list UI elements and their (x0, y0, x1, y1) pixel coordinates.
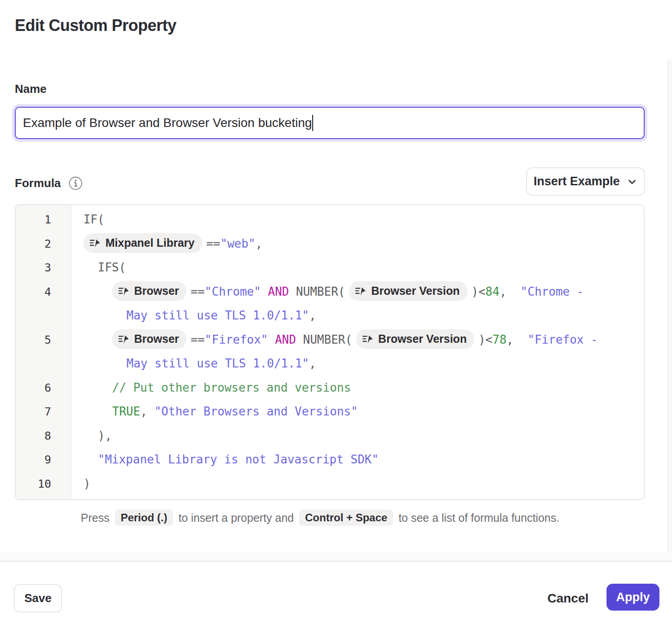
property-chip[interactable]: Browser (112, 329, 187, 349)
code-line: 4Browser=="Chrome" AND NUMBER(Browser Ve… (16, 280, 644, 328)
code-token: NUMBER( (296, 333, 352, 346)
code-token: IFS( (98, 261, 126, 274)
save-button[interactable]: Save (14, 584, 62, 612)
line-number: 5 (16, 328, 72, 376)
dialog-footer: Save Cancel Apply (0, 563, 672, 629)
name-input[interactable]: Example of Browser and Browser Version b… (15, 107, 645, 139)
helper-prefix: Press (81, 511, 109, 524)
property-chip-label: Browser Version (371, 279, 459, 303)
scrollbar-track[interactable] (668, 60, 672, 562)
kbd-control-space: Control + Space (299, 510, 393, 526)
code-token: , (309, 357, 316, 370)
code-line: 3IFS( (16, 256, 644, 280)
info-icon[interactable] (68, 176, 83, 191)
code-line: 8), (16, 424, 644, 448)
code-token: "web" (220, 237, 255, 250)
code-token: "Other Browsers and Versions" (154, 405, 358, 418)
code-token: 78 (493, 333, 506, 346)
line-number: 7 (16, 400, 72, 424)
code-line: 10) (16, 472, 644, 496)
kbd-period: Period (.) (115, 510, 173, 526)
code-line: 9"Mixpanel Library is not Javascript SDK… (16, 448, 644, 472)
code-line: 6// Put other browsers and versions (16, 376, 644, 400)
property-chip-label: Browser (134, 327, 179, 351)
code-token: , (140, 405, 154, 418)
code-line: 5Browser=="Firefox" AND NUMBER(Browser V… (16, 328, 644, 376)
text-caret (312, 115, 313, 131)
insert-example-button[interactable]: Insert Example (526, 167, 645, 196)
helper-suffix: to see a list of formula functions. (398, 511, 559, 524)
code-token: May still use TLS 1.0/1.1" (127, 357, 309, 370)
code-token (261, 285, 268, 298)
code-token (268, 333, 275, 346)
code-token: , (506, 333, 528, 346)
code-line: 1IF( (16, 208, 644, 232)
line-number: 9 (16, 448, 72, 472)
property-icon (118, 286, 129, 297)
line-number: 3 (16, 256, 72, 280)
code-token: , (499, 285, 520, 298)
editor-helper-text: Press Period (.) to insert a property an… (81, 510, 559, 526)
code-token: "Firefox - (528, 333, 598, 346)
property-chip-label: Mixpanel Library (105, 231, 195, 255)
code-line: 2Mixpanel Library=="web", (16, 232, 644, 256)
property-chip-label: Browser Version (378, 327, 467, 351)
property-chip[interactable]: Browser Version (349, 281, 467, 301)
code-token: == (206, 237, 220, 250)
code-token: "Chrome - (520, 285, 584, 298)
property-icon (355, 286, 366, 297)
formula-header: Formula (15, 176, 83, 191)
property-chip[interactable]: Mixpanel Library (83, 233, 202, 253)
line-number: 4 (16, 280, 72, 328)
formula-label: Formula (15, 176, 61, 190)
name-field-label: Name (15, 82, 47, 96)
code-token: "Mixpanel Library is not Javascript SDK" (98, 453, 379, 466)
code-token: ), (98, 429, 112, 442)
code-token: // Put other browsers and versions (112, 381, 351, 394)
property-icon (362, 334, 373, 345)
cancel-button[interactable]: Cancel (547, 584, 589, 612)
code-token: NUMBER( (289, 285, 345, 298)
edit-custom-property-dialog: Edit Custom Property Name Example of Bro… (0, 0, 672, 629)
code-token: IF( (83, 213, 105, 226)
code-token: "Chrome" (205, 285, 261, 298)
line-number: 1 (16, 208, 72, 232)
line-number: 2 (16, 232, 72, 256)
code-token: == (191, 333, 205, 346)
property-chip[interactable]: Browser (112, 281, 187, 301)
code-token: )< (478, 333, 492, 346)
code-token: "Firefox" (205, 333, 268, 346)
code-token: , (255, 237, 262, 250)
name-input-value: Example of Browser and Browser Version b… (23, 116, 312, 130)
line-number: 10 (16, 472, 72, 496)
helper-middle: to insert a property and (179, 511, 294, 524)
page-title: Edit Custom Property (15, 16, 176, 35)
line-number: 8 (16, 424, 72, 448)
content-footer-divider (0, 552, 672, 562)
property-chip-label: Browser (134, 279, 179, 303)
code-line: 7TRUE, "Other Browsers and Versions" (16, 400, 644, 424)
property-chip[interactable]: Browser Version (356, 329, 474, 349)
code-token: == (191, 285, 205, 298)
code-token: May still use TLS 1.0/1.1" (127, 309, 309, 322)
code-token: ) (83, 477, 91, 490)
property-icon (118, 334, 129, 345)
code-token: AND (268, 285, 289, 298)
code-token: , (309, 309, 316, 322)
chevron-down-icon (626, 176, 638, 188)
code-token: )< (471, 285, 485, 298)
code-token: TRUE (112, 405, 140, 418)
property-icon (89, 238, 100, 249)
insert-example-label: Insert Example (533, 175, 620, 188)
formula-editor-lines: 1IF(2Mixpanel Library=="web",3IFS(4Brows… (16, 205, 644, 496)
apply-button[interactable]: Apply (607, 584, 659, 611)
code-token: AND (275, 333, 296, 346)
formula-editor[interactable]: 1IF(2Mixpanel Library=="web",3IFS(4Brows… (15, 204, 645, 500)
line-number: 6 (16, 376, 72, 400)
code-token: 84 (485, 285, 499, 298)
